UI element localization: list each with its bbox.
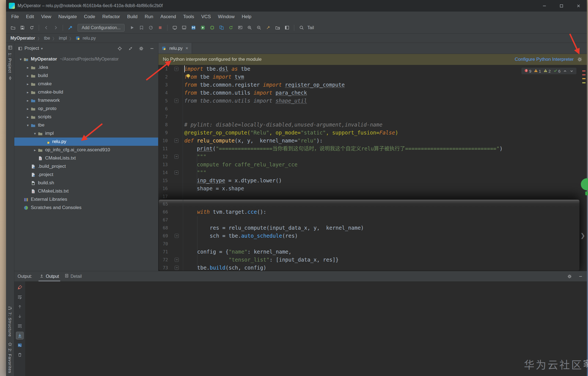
panel-settings-gear-icon[interactable] bbox=[138, 45, 144, 51]
fold-marker-icon[interactable]: − bbox=[175, 234, 179, 238]
chevron-right-icon[interactable]: ▸ bbox=[25, 82, 31, 86]
output-tab-output[interactable]: Output bbox=[37, 271, 62, 281]
code-line[interactable]: 8# pylint: disable=locally-disabled,unus… bbox=[158, 121, 587, 129]
code-line[interactable]: 12− """ bbox=[158, 153, 587, 161]
tree-item-external-libraries[interactable]: External Libraries bbox=[14, 195, 158, 204]
breadcrumb-impl[interactable]: impl bbox=[59, 36, 67, 41]
code-line[interactable]: 14− """ bbox=[158, 169, 587, 177]
warning-stripe-mark[interactable] bbox=[582, 78, 586, 79]
code-line[interactable]: 3from tbe.common.register import registe… bbox=[158, 81, 587, 89]
prev-problem-button[interactable] bbox=[563, 69, 567, 73]
add-configuration-button[interactable]: Add Configuration... bbox=[78, 24, 125, 32]
fold-marker-icon[interactable]: − bbox=[174, 67, 178, 71]
soft-wrap-icon[interactable] bbox=[16, 293, 24, 301]
weak-indicator[interactable]: 2 bbox=[543, 68, 551, 73]
ms-blue-icon[interactable] bbox=[189, 24, 197, 32]
ms-compare-icon[interactable] bbox=[217, 24, 226, 32]
error-stripe-mark[interactable] bbox=[582, 70, 586, 72]
project-structure-icon[interactable] bbox=[273, 24, 282, 32]
tree-item-myoperator[interactable]: ▾MyOperator~/AscendProjects/MyOperator bbox=[14, 55, 158, 63]
menu-tools[interactable]: Tools bbox=[180, 12, 198, 22]
chevron-right-icon[interactable]: ▸ bbox=[25, 115, 31, 119]
tree-item-build[interactable]: ▸build bbox=[14, 72, 158, 80]
arrow-down-icon[interactable] bbox=[16, 312, 24, 320]
chevron-right-icon[interactable]: ▸ bbox=[25, 90, 31, 94]
code-line[interactable]: 11 print("=================当你看到这句话时，说明我这… bbox=[158, 145, 587, 153]
menu-window[interactable]: Window bbox=[215, 12, 238, 22]
hide-output-icon[interactable] bbox=[578, 273, 584, 279]
minimize-button[interactable] bbox=[536, 0, 553, 12]
tree-item-cmake-build[interactable]: ▸cmake-build bbox=[14, 88, 158, 96]
tree-item--build-project[interactable]: .build_project bbox=[14, 162, 158, 171]
chevron-right-icon[interactable]: ❯ bbox=[580, 232, 585, 239]
sync-icon[interactable] bbox=[28, 24, 36, 32]
ms-run-icon[interactable] bbox=[199, 24, 207, 32]
inspections-widget[interactable]: 9126 bbox=[521, 68, 576, 74]
tree-item-cmakelists-txt[interactable]: CMakeLists.txt bbox=[14, 187, 158, 195]
tree-item-op-proto[interactable]: ▸op_proto bbox=[14, 105, 158, 113]
tool-button-project[interactable]: 1: Project bbox=[8, 53, 12, 73]
code-line[interactable]: 70 bbox=[159, 240, 579, 248]
code-line[interactable]: 4from tbe.common.utils import para_check bbox=[158, 89, 587, 97]
chevron-right-icon[interactable]: ▸ bbox=[25, 107, 31, 111]
warning-indicator[interactable]: 1 bbox=[534, 68, 541, 73]
code-line[interactable]: 65 bbox=[159, 200, 579, 208]
error-stripe-mark[interactable] bbox=[582, 74, 586, 75]
tree-item-relu-py[interactable]: relu.py bbox=[14, 138, 158, 146]
collapse-all-button[interactable] bbox=[127, 45, 133, 51]
next-problem-button[interactable] bbox=[570, 69, 574, 73]
run-icon[interactable] bbox=[128, 24, 136, 32]
tree-item-tbe[interactable]: ▾tbe bbox=[14, 121, 158, 129]
tree-item-op-info-cfg-ai-core-ascend910[interactable]: ▸op_info_cfg.ai_core.ascend910 bbox=[14, 146, 158, 154]
tree-item--idea[interactable]: ▸.idea bbox=[14, 63, 158, 72]
zoom-out-icon[interactable] bbox=[255, 24, 263, 32]
fold-marker-icon[interactable]: − bbox=[174, 139, 178, 143]
hide-panel-button[interactable] bbox=[149, 45, 155, 51]
code-line[interactable]: 67 bbox=[159, 216, 579, 224]
code-line[interactable]: 15 inp_dtype = x.dtype.lower() bbox=[158, 177, 587, 185]
profile-icon[interactable] bbox=[147, 24, 155, 32]
chevron-down-icon[interactable]: ▾ bbox=[32, 131, 38, 136]
fold-marker-icon[interactable]: − bbox=[174, 99, 178, 103]
warning-stripe-mark[interactable] bbox=[582, 82, 586, 83]
code-line[interactable]: 68 res = relu_compute(input_data_x, y, k… bbox=[159, 224, 579, 232]
chevron-right-icon[interactable]: ▸ bbox=[32, 148, 38, 152]
tree-item-impl[interactable]: ▾impl bbox=[14, 129, 158, 138]
fold-marker-icon[interactable]: − bbox=[175, 258, 179, 262]
tree-item-build-sh[interactable]: build.sh bbox=[14, 179, 158, 187]
coverage-icon[interactable] bbox=[137, 24, 145, 32]
code-line[interactable]: 66 with tvm.target.cce(): bbox=[159, 208, 579, 216]
menu-refactor[interactable]: Refactor bbox=[99, 12, 123, 22]
intention-bulb-icon[interactable] bbox=[186, 74, 190, 78]
open-file-icon[interactable] bbox=[9, 24, 17, 32]
output-console[interactable] bbox=[25, 281, 587, 376]
tool-button-2-favorites[interactable]: 2: Favorites bbox=[8, 342, 13, 373]
maximize-button[interactable] bbox=[553, 0, 570, 12]
tree-item-cmakelists-txt[interactable]: CMakeLists.txt bbox=[14, 154, 158, 162]
ms-chip-icon[interactable] bbox=[208, 24, 216, 32]
error-indicator[interactable]: 9 bbox=[524, 68, 531, 73]
menu-help[interactable]: Help bbox=[238, 12, 255, 22]
monitor-icon[interactable] bbox=[180, 24, 188, 32]
ok-indicator[interactable]: 6 bbox=[553, 68, 560, 73]
wrench-icon[interactable] bbox=[264, 24, 272, 32]
editor-tab-relu-py[interactable]: relu.py ✕ bbox=[158, 43, 192, 54]
forward-icon[interactable] bbox=[51, 24, 60, 32]
clear-brush-icon[interactable] bbox=[16, 284, 24, 291]
commit-tool-icon[interactable] bbox=[8, 76, 13, 81]
interpreter-settings-gear-icon[interactable] bbox=[577, 57, 582, 62]
fold-marker-icon[interactable]: − bbox=[174, 171, 178, 175]
menu-run[interactable]: Run bbox=[141, 12, 157, 22]
code-line[interactable]: 5−from tbe.common.utils import shape_uti… bbox=[158, 97, 587, 105]
tree-item-scratches-and-consoles[interactable]: Scratches and Consoles bbox=[14, 204, 158, 212]
window-icon[interactable] bbox=[283, 24, 291, 32]
chevron-down-icon[interactable]: ▾ bbox=[25, 123, 31, 127]
code-line[interactable]: 6 bbox=[158, 105, 587, 113]
tree-item-framework[interactable]: ▸framework bbox=[14, 96, 158, 105]
sync-green-icon[interactable] bbox=[227, 24, 235, 32]
search-icon[interactable] bbox=[297, 24, 306, 32]
code-line[interactable]: 7 bbox=[158, 113, 587, 121]
menu-ascend[interactable]: Ascend bbox=[157, 12, 180, 22]
console-icon[interactable] bbox=[16, 341, 24, 349]
close-button[interactable] bbox=[570, 0, 587, 12]
